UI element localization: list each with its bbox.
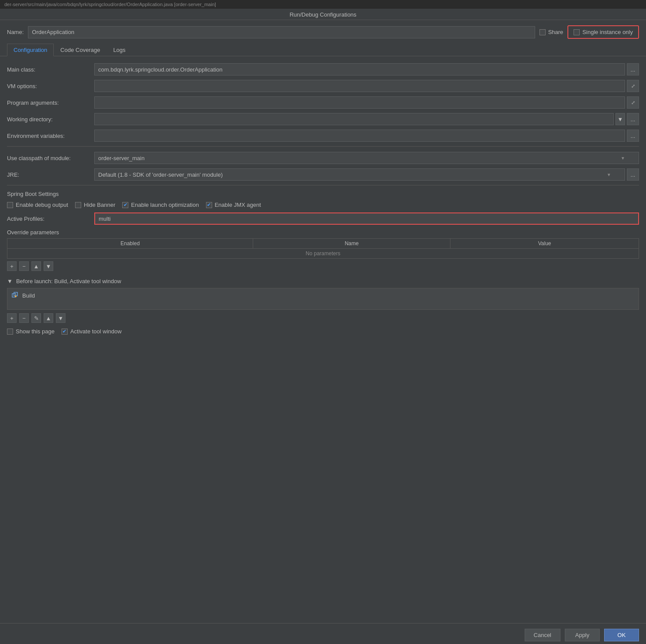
env-vars-label: Environment variables: (7, 133, 94, 139)
enable-launch-checkbox[interactable]: ✔ (122, 202, 128, 208)
jre-select[interactable]: Default (1.8 - SDK of 'order-server_main… (94, 168, 625, 181)
add-param-button[interactable]: + (7, 261, 17, 271)
move-before-launch-up-button[interactable]: ▲ (44, 313, 53, 323)
program-args-input[interactable] (94, 96, 625, 109)
spring-boot-section-title: Spring Boot Settings (7, 191, 639, 197)
build-label: Build (22, 292, 35, 299)
spring-boot-row: Enable debug output Hide Banner ✔ Enable… (7, 202, 639, 208)
add-before-launch-button[interactable]: + (7, 313, 17, 323)
enable-jmx-checkbox[interactable]: ✔ (206, 202, 212, 208)
single-instance-box: Single instance only (567, 25, 639, 39)
main-class-label: Main class: (7, 66, 94, 73)
cancel-button[interactable]: Cancel (525, 629, 560, 641)
vm-options-input[interactable] (94, 80, 625, 92)
vm-options-label: VM options: (7, 83, 94, 89)
move-param-down-button[interactable]: ▼ (44, 261, 53, 271)
params-table: Enabled Name Value No parameters (7, 238, 639, 259)
footer-buttons: Cancel Apply OK (0, 623, 646, 644)
env-vars-dots-button[interactable]: ... (627, 130, 639, 142)
move-before-launch-down-button[interactable]: ▼ (56, 313, 65, 323)
before-launch-section: ▼ Before launch: Build, Activate tool wi… (7, 278, 639, 323)
env-vars-row: Environment variables: ... (7, 130, 639, 142)
classpath-select[interactable]: order-server_main (94, 152, 639, 164)
jre-row: JRE: Default (1.8 - SDK of 'order-server… (7, 168, 639, 181)
col-value: Value (450, 239, 639, 249)
before-launch-title: Before launch: Build, Activate tool wind… (16, 278, 121, 284)
program-args-label: Program arguments: (7, 99, 94, 106)
apply-button[interactable]: Apply (565, 629, 600, 641)
no-params-text: No parameters (7, 249, 639, 259)
jre-label: JRE: (7, 171, 94, 178)
main-class-row: Main class: ... (7, 63, 639, 75)
remove-before-launch-button[interactable]: − (19, 313, 29, 323)
before-launch-toolbar: + − ✎ ▲ ▼ (7, 313, 639, 323)
before-launch-items: Build (7, 288, 639, 310)
tabs-row: Configuration Code Coverage Logs (0, 43, 646, 56)
share-label: Share (548, 29, 564, 35)
override-params-section: Override parameters Enabled Name Value N… (7, 229, 639, 271)
vm-options-expand-button[interactable]: ⤢ (627, 80, 639, 92)
dialog-title: Run/Debug Configurations (0, 9, 646, 20)
col-enabled: Enabled (7, 239, 253, 249)
enable-jmx-label[interactable]: ✔ Enable JMX agent (206, 202, 261, 208)
edit-before-launch-button[interactable]: ✎ (31, 313, 41, 323)
working-dir-row: Working directory: ▼ ... (7, 113, 639, 125)
enable-debug-label[interactable]: Enable debug output (7, 202, 68, 208)
hide-banner-label[interactable]: Hide Banner (75, 202, 115, 208)
enable-debug-checkbox[interactable] (7, 202, 13, 208)
program-args-expand-button[interactable]: ⤢ (627, 96, 639, 109)
share-area: Share (539, 29, 564, 35)
build-icon (12, 292, 19, 299)
build-item: Build (12, 292, 634, 299)
svg-point-3 (15, 296, 16, 297)
main-class-input[interactable] (94, 63, 625, 75)
enable-launch-label[interactable]: ✔ Enable launch optimization (122, 202, 199, 208)
working-dir-dropdown-button[interactable]: ▼ (615, 113, 625, 125)
before-launch-triangle: ▼ (7, 278, 13, 284)
move-param-up-button[interactable]: ▲ (31, 261, 41, 271)
breadcrumb: der-server/src/main/java/com/bdqn/lyrk/s… (0, 0, 646, 9)
classpath-row: Use classpath of module: order-server_ma… (7, 152, 639, 164)
hide-banner-checkbox[interactable] (75, 202, 81, 208)
col-name: Name (253, 239, 450, 249)
tab-configuration[interactable]: Configuration (7, 44, 54, 56)
show-page-label[interactable]: Show this page (7, 328, 55, 335)
name-label: Name: (7, 29, 24, 35)
ok-button[interactable]: OK (604, 629, 639, 641)
tab-code-coverage[interactable]: Code Coverage (54, 44, 107, 56)
before-launch-header[interactable]: ▼ Before launch: Build, Activate tool wi… (7, 278, 639, 284)
jre-dots-button[interactable]: ... (627, 168, 639, 181)
working-dir-dots-button[interactable]: ... (627, 113, 639, 125)
env-vars-input[interactable] (94, 130, 625, 142)
single-instance-checkbox[interactable] (574, 29, 580, 35)
main-class-dots-button[interactable]: ... (627, 63, 639, 75)
activate-window-checkbox[interactable]: ✔ (62, 329, 68, 335)
bottom-options: Show this page ✔ Activate tool window (7, 328, 639, 335)
active-profiles-label: Active Profiles: (7, 216, 94, 222)
active-profiles-input[interactable] (94, 212, 639, 225)
program-args-row: Program arguments: ⤢ (7, 96, 639, 109)
override-params-title: Override parameters (7, 229, 639, 236)
no-params-row: No parameters (7, 249, 639, 259)
remove-param-button[interactable]: − (19, 261, 29, 271)
working-dir-input[interactable] (94, 113, 614, 125)
active-profiles-row: Active Profiles: (7, 212, 639, 225)
table-toolbar: + − ▲ ▼ (7, 261, 639, 271)
vm-options-row: VM options: ⤢ (7, 80, 639, 92)
classpath-label: Use classpath of module: (7, 155, 94, 161)
show-page-checkbox[interactable] (7, 329, 13, 335)
name-input[interactable] (28, 26, 535, 38)
content-area: Main class: ... VM options: ⤢ Program ar… (0, 56, 646, 623)
activate-window-label[interactable]: ✔ Activate tool window (62, 328, 122, 335)
single-instance-label: Single instance only (582, 29, 633, 35)
share-checkbox[interactable] (539, 29, 546, 35)
tab-logs[interactable]: Logs (107, 44, 132, 56)
working-dir-label: Working directory: (7, 116, 94, 123)
